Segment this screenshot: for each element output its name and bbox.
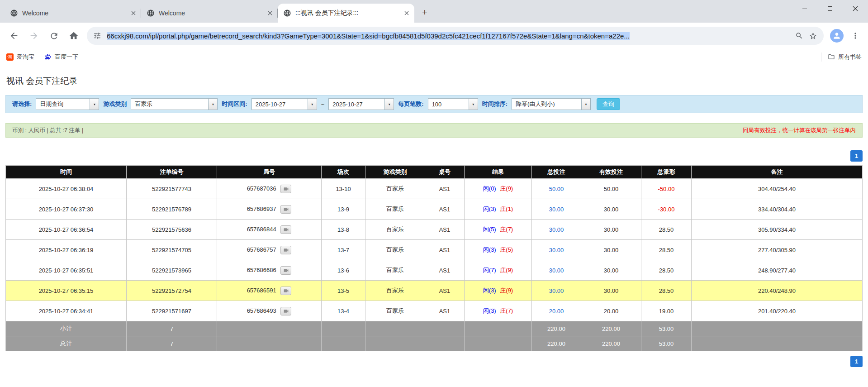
result-player: 闲(7): [483, 267, 496, 273]
subtotal-label: 小计: [6, 321, 127, 336]
round-id-text: 657686844: [247, 225, 276, 232]
cell-result: 闲(3) 庄(1): [465, 199, 532, 220]
chevron-down-icon[interactable]: ▼: [469, 99, 478, 110]
cell-round-id: 657687036: [217, 179, 322, 199]
query-type-select[interactable]: 日期查询 ▼: [36, 98, 99, 110]
cell-total-bet: 30.00: [532, 281, 581, 301]
total-bet-link[interactable]: 30.00: [549, 267, 564, 274]
cell-valid-bet: 30.00: [581, 220, 641, 240]
total-valid-bet: 220.00: [581, 336, 641, 351]
tab-close-icon[interactable]: [266, 9, 274, 17]
empty-cell: [365, 321, 425, 336]
menu-icon[interactable]: [847, 28, 863, 44]
bet-record-row: 2025-10-27 06:35:51 522921573965 6576866…: [6, 260, 863, 281]
new-tab-button[interactable]: +: [418, 5, 432, 19]
chevron-down-icon[interactable]: ▼: [581, 99, 590, 110]
all-bookmarks-button[interactable]: 所有书签: [828, 53, 862, 61]
close-button[interactable]: [843, 0, 868, 17]
page-1-button[interactable]: 1: [850, 150, 863, 162]
home-icon[interactable]: [64, 26, 83, 45]
video-replay-button[interactable]: [280, 307, 291, 315]
pagination-top: 1: [5, 150, 863, 162]
search-button[interactable]: 查询: [597, 98, 620, 110]
forward-icon[interactable]: [24, 26, 43, 45]
sort-select[interactable]: 降幂(由大到小) ▼: [512, 98, 591, 110]
reload-icon[interactable]: [44, 26, 63, 45]
tab-welcome-1[interactable]: Welcome: [5, 4, 141, 23]
page-1-button[interactable]: 1: [850, 356, 863, 367]
cell-result: 闲(5) 庄(7): [465, 220, 532, 240]
address-bar[interactable]: 66cxkj98.com/ipl/portal.php/game/betreco…: [87, 27, 824, 45]
game-type-select[interactable]: 百家乐 ▼: [131, 98, 218, 110]
bookmark-star-icon[interactable]: [809, 32, 817, 40]
tab-close-icon[interactable]: [129, 9, 138, 17]
video-replay-button[interactable]: [280, 225, 291, 234]
date-to-value: 2025-10-27: [329, 99, 384, 110]
zoom-icon[interactable]: [795, 32, 803, 40]
bookmark-taobao[interactable]: 淘 爱淘宝: [6, 53, 34, 61]
cell-valid-bet: 50.00: [581, 179, 641, 199]
date-from-select[interactable]: 2025-10-27 ▼: [251, 98, 317, 110]
tab-betrecord-active[interactable]: :::视讯 会员下注纪录:::: [278, 4, 414, 23]
empty-cell: [425, 321, 465, 336]
bookmark-baidu[interactable]: 百度一下: [44, 53, 78, 61]
empty-cell: [425, 336, 465, 351]
cell-bet-id: 522921574705: [127, 240, 217, 260]
maximize-button[interactable]: [817, 0, 843, 17]
url-text[interactable]: 66cxkj98.com/ipl/portal.php/game/betreco…: [107, 32, 630, 40]
video-replay-button[interactable]: [280, 246, 291, 254]
tab-title: Welcome: [159, 10, 262, 17]
cell-payout: -30.00: [641, 199, 692, 220]
tab-close-icon[interactable]: [403, 9, 411, 17]
cell-total-bet: 30.00: [532, 260, 581, 281]
cell-table-no: AS1: [425, 240, 465, 260]
cell-result: 闲(3) 庄(7): [465, 301, 532, 321]
total-total-bet: 220.00: [532, 336, 581, 351]
select-label: 请选择:: [12, 100, 32, 108]
range-separator: ~: [321, 101, 325, 108]
round-id-text: 657686757: [247, 246, 276, 253]
total-bet-link[interactable]: 50.00: [549, 186, 564, 192]
back-icon[interactable]: [5, 26, 24, 45]
total-row: 总计 7 220.00 220.00 53.00: [6, 336, 863, 351]
col-header-note: 备注: [692, 166, 863, 179]
result-banker: 庄(5): [500, 246, 513, 253]
result-banker: 庄(9): [500, 185, 513, 192]
page-size-select[interactable]: 100 ▼: [428, 98, 478, 110]
cell-payout: 28.50: [641, 240, 692, 260]
browser-window: Welcome Welcome :::视讯 会员下注纪录::: +: [0, 0, 868, 367]
bookmark-label: 爱淘宝: [17, 53, 34, 61]
site-info-icon[interactable]: [93, 32, 101, 40]
video-replay-button[interactable]: [280, 205, 291, 214]
subtotal-total-bet: 220.00: [532, 321, 581, 336]
profile-icon[interactable]: [830, 29, 844, 43]
total-bet-link[interactable]: 30.00: [549, 287, 564, 294]
cell-note: 334.40/304.40: [692, 199, 863, 220]
cell-game-type: 百家乐: [365, 240, 425, 260]
cell-game-type: 百家乐: [365, 199, 425, 220]
bookmarks-right: 所有书签: [821, 53, 862, 62]
chevron-down-icon[interactable]: ▼: [208, 99, 217, 110]
date-to-select[interactable]: 2025-10-27 ▼: [328, 98, 394, 110]
chevron-down-icon[interactable]: ▼: [90, 99, 99, 110]
globe-favicon-icon: [283, 9, 291, 17]
cell-round-id: 657686757: [217, 240, 322, 260]
empty-cell: [365, 336, 425, 351]
cell-round-id: 657686493: [217, 301, 322, 321]
total-bet-link[interactable]: 30.00: [549, 226, 564, 233]
video-replay-button[interactable]: [280, 287, 291, 295]
minimize-button[interactable]: [792, 0, 817, 17]
round-id-text: 657686591: [247, 287, 276, 293]
divider: [821, 53, 821, 62]
video-replay-button[interactable]: [280, 266, 291, 275]
tab-welcome-2[interactable]: Welcome: [141, 4, 278, 23]
cell-time: 2025-10-27 06:37:30: [6, 199, 127, 220]
chevron-down-icon[interactable]: ▼: [384, 99, 394, 110]
total-bet-link[interactable]: 20.00: [549, 308, 564, 315]
chevron-down-icon[interactable]: ▼: [308, 99, 317, 110]
video-replay-button[interactable]: [280, 185, 291, 193]
empty-cell: [322, 336, 365, 351]
total-bet-link[interactable]: 30.00: [549, 206, 564, 213]
cell-session: 13-5: [322, 281, 365, 301]
total-bet-link[interactable]: 30.00: [549, 247, 564, 253]
